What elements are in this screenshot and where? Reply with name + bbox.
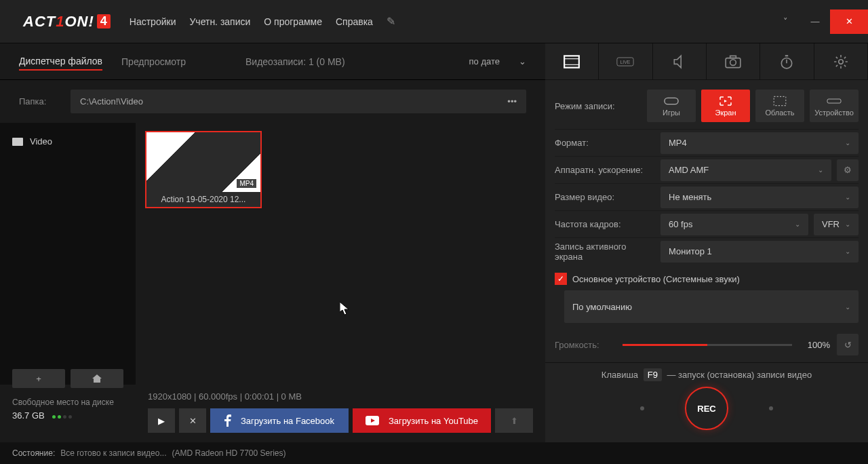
- mode-games-label: Игры: [663, 109, 680, 117]
- svg-text:LIVE: LIVE: [620, 59, 631, 64]
- region-icon: [772, 95, 787, 107]
- menu-about[interactable]: О программе: [264, 16, 322, 27]
- disk-free-value: 36.7 GB: [12, 410, 45, 421]
- framerate-select[interactable]: 60 fps⌄: [660, 214, 808, 235]
- thumbnail-image: MP4: [146, 132, 260, 192]
- folder-video[interactable]: Video: [7, 130, 129, 153]
- framerate-label: Частота кадров:: [555, 219, 655, 229]
- tab-file-manager[interactable]: Диспетчер файлов: [19, 53, 102, 71]
- stopwatch-icon: [778, 54, 795, 69]
- svg-rect-8: [730, 56, 736, 58]
- upload-facebook-button[interactable]: Загрузить на Facebook: [210, 408, 349, 433]
- svg-rect-11: [785, 55, 788, 56]
- export-button[interactable]: ⬆: [495, 408, 533, 433]
- system-audio-checkbox[interactable]: ✓: [555, 273, 567, 285]
- more-icon[interactable]: •••: [507, 96, 517, 107]
- gpu-text: (AMD Radeon HD 7700 Series): [172, 448, 285, 458]
- format-badge: MP4: [237, 179, 256, 188]
- status-label: Состояние:: [12, 448, 55, 458]
- folder-path-field[interactable]: C:\Action!\Video •••: [71, 90, 526, 113]
- file-info: 1920x1080 | 60.000fps | 0:00:01 | 0 MB: [148, 391, 533, 402]
- tab-screenshot[interactable]: [707, 43, 760, 79]
- facebook-icon: [224, 414, 231, 427]
- video-thumbnail[interactable]: MP4 Action 19-05-2020 12...: [145, 131, 262, 208]
- hint-post: — запуск (остановка) записи видео: [667, 370, 812, 380]
- volume-value: 100%: [799, 340, 830, 350]
- video-size-select[interactable]: Не менять⌄: [660, 187, 859, 208]
- status-dot-right: [769, 406, 773, 410]
- upload-yt-label: Загрузить на YouTube: [389, 416, 478, 426]
- record-mode-label: Режим записи:: [555, 101, 642, 111]
- video-size-label: Размер видео:: [555, 192, 655, 202]
- play-button[interactable]: ▶: [148, 408, 175, 433]
- format-label: Формат:: [555, 138, 655, 148]
- chevron-down-icon: ⌄: [845, 220, 850, 228]
- gamepad-icon: [664, 95, 679, 107]
- chevron-down-icon: ⌄: [795, 220, 800, 228]
- mode-games[interactable]: Игры: [647, 90, 696, 122]
- draw-tool-icon[interactable]: ✎: [387, 15, 395, 28]
- folder-label: Папка:: [19, 96, 60, 107]
- svg-point-12: [838, 59, 843, 64]
- svg-point-7: [730, 59, 736, 65]
- tab-preview[interactable]: Предпросмотр: [121, 54, 186, 70]
- tab-benchmark[interactable]: [760, 43, 814, 79]
- house-icon: [92, 374, 102, 383]
- hw-value: AMD AMF: [669, 165, 709, 175]
- recordings-count: Видеозаписи: 1 (0 MB): [245, 56, 345, 67]
- volume-label: Громкость:: [555, 340, 616, 350]
- live-icon: LIVE: [616, 54, 634, 69]
- tab-settings[interactable]: [814, 43, 868, 79]
- tab-audio[interactable]: [653, 43, 707, 79]
- menu-accounts[interactable]: Учетн. записи: [189, 16, 250, 27]
- upload-fb-label: Загрузить на Facebook: [241, 416, 334, 426]
- svg-rect-14: [774, 96, 786, 105]
- menu-settings[interactable]: Настройки: [130, 16, 176, 27]
- hw-settings-button[interactable]: ⚙: [837, 159, 859, 181]
- hotkey-badge: F9: [644, 368, 662, 381]
- system-audio-label: Основное устройство (Системные звуки): [572, 274, 740, 284]
- close-button[interactable]: ✕: [830, 9, 868, 34]
- monitor-label: Запись активного экрана: [555, 241, 655, 262]
- app-logo: ACT1ON! 4: [23, 13, 111, 31]
- audio-device-select[interactable]: По умолчанию⌄: [564, 290, 859, 323]
- hw-accel-select[interactable]: AMD AMF⌄: [660, 159, 831, 181]
- tab-live[interactable]: LIVE: [599, 43, 652, 79]
- disk-indicator: [52, 411, 74, 421]
- mode-region[interactable]: Область: [755, 90, 804, 122]
- svg-rect-1: [564, 56, 579, 67]
- open-folder-button[interactable]: [71, 369, 123, 388]
- volume-reset-button[interactable]: ↺: [837, 334, 859, 355]
- sort-dropdown[interactable]: по дате ⌄: [469, 56, 526, 66]
- mode-device-label: Устройство: [814, 109, 854, 117]
- minimize-button[interactable]: —: [800, 9, 830, 34]
- svg-rect-13: [665, 98, 678, 104]
- format-select[interactable]: MP4⌄: [660, 132, 859, 154]
- monitor-select[interactable]: Монитор 1⌄: [660, 241, 859, 263]
- hint-pre: Клавиша: [601, 370, 638, 380]
- mode-screen-label: Экран: [715, 109, 736, 117]
- format-value: MP4: [669, 138, 687, 148]
- mode-screen[interactable]: Экран: [701, 90, 750, 122]
- chevron-down-icon: ⌄: [845, 248, 850, 255]
- svg-rect-15: [827, 99, 841, 103]
- record-button[interactable]: REC: [685, 387, 728, 430]
- mode-region-label: Область: [765, 109, 794, 117]
- fps-mode-select[interactable]: VFR⌄: [814, 214, 859, 235]
- fps-mode-value: VFR: [822, 219, 840, 229]
- menu-help[interactable]: Справка: [336, 16, 373, 27]
- chevron-down-icon: ⌄: [519, 56, 526, 66]
- volume-slider[interactable]: [623, 344, 792, 346]
- speaker-icon: [671, 54, 688, 69]
- folder-name: Video: [30, 136, 52, 147]
- youtube-icon: [366, 416, 379, 425]
- tray-button[interactable]: ˅: [770, 9, 800, 34]
- thumbnail-filename: Action 19-05-2020 12...: [146, 192, 260, 207]
- upload-youtube-button[interactable]: Загрузить на YouTube: [353, 408, 491, 433]
- delete-button[interactable]: ✕: [179, 408, 206, 433]
- chevron-down-icon: ⌄: [818, 166, 823, 174]
- mode-device[interactable]: Устройство: [810, 90, 859, 122]
- hw-accel-label: Аппаратн. ускорение:: [555, 165, 655, 175]
- tab-video-record[interactable]: [545, 43, 599, 79]
- add-folder-button[interactable]: +: [12, 369, 65, 388]
